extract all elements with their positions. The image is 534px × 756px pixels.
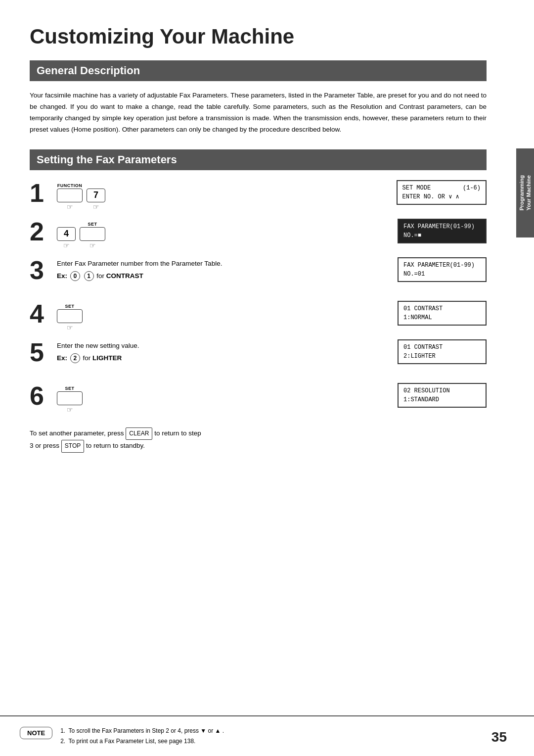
step-3-left: Enter Fax Parameter number from the Para… [57,256,378,282]
description-text: Your facsimile machine has a variety of … [30,90,487,136]
page-title: Customizing Your Machine [30,15,487,48]
step-3-display-line1: FAX PARAMETER(01-99) [403,261,481,270]
step-5-text1: Enter the new setting value. [57,340,378,351]
set-key-2 [80,227,105,241]
set-label-6: SET [65,386,74,391]
step-6-row: 6 SET ☞ 02 RESOLUTION [30,382,487,417]
note-area: NOTE 1. To scroll the Fax Parameters in … [20,726,509,746]
page-container: ProgrammingYour Machine Customizing Your… [0,0,534,756]
step-5-for-lighter: for LIGHTER [83,354,122,362]
step-5-circle-2: 2 [70,353,80,363]
step-3-display-line2: NO.=01 [403,270,481,279]
step-3-circle-0: 0 [70,271,80,281]
step-5-text2: Ex: 2 for LIGHTER [57,353,378,364]
step-2-display-line1: FAX PARAMETER(01-99) [403,222,481,231]
step-6-display-line1: 02 RESOLUTION [403,386,481,395]
hand-icon-2: ☞ [93,203,99,211]
step-1-row: 1 FUNCTION ☞ 7 ☞ [30,179,487,214]
step-2-number: 2 [30,218,57,244]
step-4-display: 01 CONTRAST 1:NORMAL [398,301,487,326]
set-key-6 [57,391,83,405]
step-6-display-line2: 1:STANDARD [403,395,481,404]
step-1-display: SET MODE (1-6) ENTER NO. OR ∨ ∧ [397,180,487,205]
step-2-display: FAX PARAMETER(01-99) NO.=■ [398,219,487,243]
note-box: NOTE [20,727,52,739]
step-4-left: SET ☞ [57,300,378,333]
step-5-row: 5 Enter the new setting value. Ex: 2 for… [30,338,487,378]
function-label: FUNCTION [57,183,83,188]
step-4-row: 4 SET ☞ 01 CONTRAST [30,300,487,334]
step-4-number: 4 [30,300,57,327]
set-key-icon-6: SET ☞ [57,386,83,414]
step-5-content: Enter the new setting value. Ex: 2 for L… [57,338,487,366]
step-3-right: FAX PARAMETER(01-99) NO.=01 [378,256,487,284]
step-1-right: SET MODE (1-6) ENTER NO. OR ∨ ∧ [378,179,487,207]
key-4: 4 [57,227,76,241]
key-7: 7 [87,189,105,202]
step-3-content: Enter Fax Parameter number from the Para… [57,256,487,284]
stop-key: STOP [61,440,84,453]
step-4-display-line1: 01 CONTRAST [403,304,481,313]
step-1-content: FUNCTION ☞ 7 ☞ SET MODE [57,179,487,213]
step-6-keys: SET ☞ [57,384,378,416]
step-3-text1: Enter Fax Parameter number from the Para… [57,258,378,269]
step-2-row: 2 4 ☞ SET ☞ [30,218,487,252]
step-5-display-line2: 2:LIGHTER [403,352,481,361]
bottom-separator [0,715,534,716]
step-2-display-line2: NO.=■ [403,231,481,240]
step-6-content: SET ☞ 02 RESOLUTION 1:STANDARD [57,382,487,416]
step-3-display: FAX PARAMETER(01-99) NO.=01 [398,257,487,282]
hand-icon-3: ☞ [63,241,70,249]
step-3-text2: Ex: 0 1 for CONTRAST [57,271,378,282]
step-6-display: 02 RESOLUTION 1:STANDARD [398,383,487,408]
step-5-display-line1: 01 CONTRAST [403,343,481,352]
side-tab: ProgrammingYour Machine [516,148,534,237]
step-6-right: 02 RESOLUTION 1:STANDARD [378,382,487,410]
step-3-number: 3 [30,256,57,283]
note-line1: 1. To scroll the Fax Parameters in Step … [60,726,509,736]
hand-icon-1: ☞ [67,203,73,211]
step-6-number: 6 [30,382,57,409]
clear-key: CLEAR [126,427,152,440]
section-header-fax: Setting the Fax Parameters [30,149,487,170]
step-1-display-line2: ENTER NO. OR ∨ ∧ [402,192,481,201]
step-3-row: 3 Enter Fax Parameter number from the Pa… [30,256,487,296]
step-3-circle-1: 1 [84,271,94,281]
note-text: 1. To scroll the Fax Parameters in Step … [60,726,509,746]
step-5-ex-label: Ex: [57,354,67,362]
step-1-display-line1: SET MODE (1-6) [402,184,481,192]
step-2-left: 4 ☞ SET ☞ [57,218,378,251]
page-number: 35 [491,729,507,745]
set-label-4: SET [65,304,74,309]
step-4-display-line2: 1:NORMAL [403,313,481,322]
function-key [57,189,83,202]
key-7-icon: 7 ☞ [87,189,105,211]
step-4-keys: SET ☞ [57,302,378,333]
step-2-right: FAX PARAMETER(01-99) NO.=■ [378,218,487,245]
step-6-left: SET ☞ [57,382,378,416]
section-header-general: General Description [30,60,487,81]
main-content: Customizing Your Machine General Descrip… [0,0,516,468]
step-5-right: 01 CONTRAST 2:LIGHTER [378,338,487,366]
step-4-right: 01 CONTRAST 1:NORMAL [378,300,487,328]
after-steps-line1: To set another parameter, press CLEAR to… [30,427,487,440]
step-4-content: SET ☞ 01 CONTRAST 1:NORMAL [57,300,487,333]
step-3-for-contrast: for CONTRAST [96,272,143,280]
after-steps-line2: 3 or press STOP to return to standby. [30,440,487,453]
step-1-keys: FUNCTION ☞ 7 ☞ [57,181,378,213]
step-5-number: 5 [30,338,57,365]
set-key-icon-4: SET ☞ [57,304,83,331]
side-tab-text: ProgrammingYour Machine [518,175,533,211]
hand-icon-6: ☞ [67,406,73,414]
step-1-number: 1 [30,179,57,206]
step-5-left: Enter the new setting value. Ex: 2 for L… [57,338,378,364]
set-key-icon-2: SET ☞ [80,222,105,249]
step-5-display: 01 CONTRAST 2:LIGHTER [398,339,487,364]
set-label-2: SET [88,222,97,227]
after-steps-text: To set another parameter, press CLEAR to… [30,427,487,453]
note-line2: 2. To print out a Fax Parameter List, se… [60,736,509,746]
step-1-left: FUNCTION ☞ 7 ☞ [57,179,378,213]
key-4-icon: 4 ☞ [57,227,76,249]
step-2-content: 4 ☞ SET ☞ FAX PARAMETER(01-9 [57,218,487,251]
hand-icon-4: ☞ [89,241,96,249]
